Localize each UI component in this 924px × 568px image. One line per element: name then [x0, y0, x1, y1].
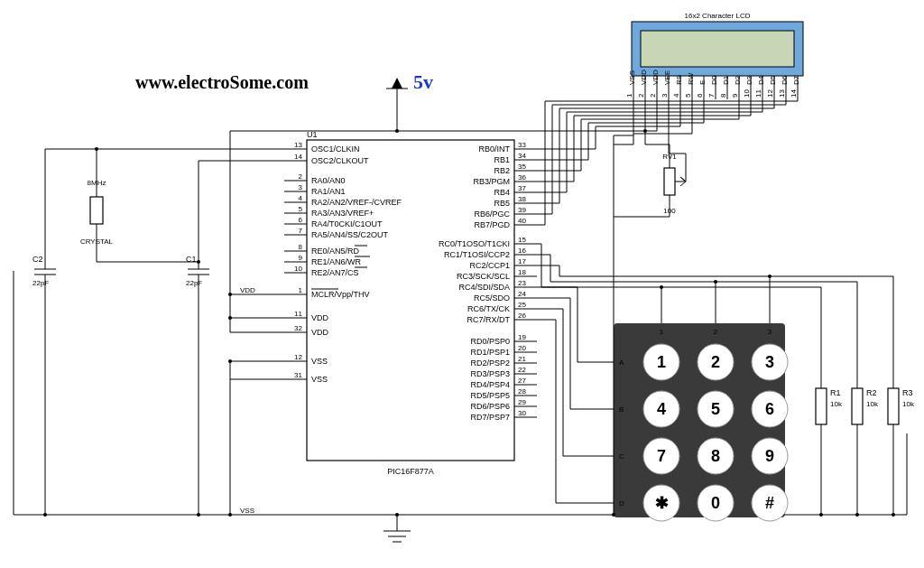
svg-text:15: 15 — [518, 236, 526, 244]
svg-text:17: 17 — [518, 257, 526, 265]
svg-rect-169 — [641, 31, 794, 67]
svg-text:VSS: VSS — [311, 357, 328, 366]
wires-res — [819, 433, 907, 517]
svg-text:4: 4 — [657, 400, 666, 418]
svg-text:RB5: RB5 — [494, 199, 510, 208]
svg-text:28: 28 — [518, 387, 526, 396]
svg-text:19: 19 — [518, 333, 526, 341]
page-title: www.electroSome.com — [135, 72, 309, 92]
svg-text:10k: 10k — [866, 400, 879, 408]
svg-point-274 — [612, 513, 615, 517]
svg-text:21: 21 — [518, 355, 526, 363]
svg-text:RB0/INT: RB0/INT — [478, 144, 510, 154]
svg-text:RC3/SCK/SCL: RC3/SCK/SCL — [457, 272, 510, 281]
svg-point-280 — [892, 513, 895, 517]
svg-text:39: 39 — [518, 206, 526, 214]
svg-text:RC5/SDO: RC5/SDO — [474, 293, 510, 303]
svg-text:RD4/PSP4: RD4/PSP4 — [470, 380, 510, 389]
svg-text:VDD: VDD — [651, 70, 660, 85]
mcu-part: PIC16F877A — [387, 467, 434, 476]
svg-text:7: 7 — [657, 447, 666, 465]
svg-text:25: 25 — [518, 301, 526, 309]
vdd-arrow-icon — [386, 78, 408, 131]
svg-point-277 — [768, 275, 772, 278]
svg-text:RA2/AN2/VREF-/CVREF: RA2/AN2/VREF-/CVREF — [311, 198, 402, 207]
svg-text:12: 12 — [766, 89, 774, 98]
svg-text:VDD: VDD — [311, 313, 329, 322]
svg-text:9: 9 — [731, 93, 739, 98]
svg-text:RC7/RX/DT: RC7/RX/DT — [467, 315, 510, 324]
svg-text:0: 0 — [711, 494, 720, 512]
lcd-module: 16x2 Character LCD — [632, 12, 803, 76]
svg-text:VDD: VDD — [311, 328, 329, 337]
svg-text:33: 33 — [518, 141, 526, 149]
svg-text:D3: D3 — [745, 75, 753, 85]
svg-text:6: 6 — [696, 93, 704, 98]
svg-text:34: 34 — [518, 152, 526, 160]
svg-text:8: 8 — [711, 447, 720, 465]
mcu-pins-right: RB0/INT33 RB134 RB235 RB3/PGM36 RB437 RB… — [439, 141, 537, 422]
svg-text:18: 18 — [518, 268, 526, 276]
svg-marker-1 — [392, 78, 402, 88]
svg-text:RC6/TX/CK: RC6/TX/CK — [467, 304, 510, 313]
svg-text:RS: RS — [675, 75, 683, 85]
svg-text:C2: C2 — [32, 255, 43, 264]
svg-text:RD1/PSP1: RD1/PSP1 — [470, 348, 510, 357]
svg-point-156 — [228, 293, 232, 296]
svg-text:VSS: VSS — [311, 375, 328, 384]
svg-text:29: 29 — [518, 398, 526, 406]
ground-icon — [383, 513, 411, 542]
svg-text:2: 2 — [711, 353, 720, 371]
svg-text:24: 24 — [518, 290, 526, 298]
svg-text:10: 10 — [743, 89, 751, 98]
svg-point-279 — [855, 513, 859, 517]
svg-text:2: 2 — [637, 93, 645, 98]
svg-text:VSS: VSS — [628, 70, 636, 85]
svg-text:9: 9 — [765, 447, 774, 465]
svg-text:RD3/PSP3: RD3/PSP3 — [470, 369, 510, 378]
svg-text:RE1/AN6/WR: RE1/AN6/WR — [311, 257, 362, 266]
svg-text:8: 8 — [719, 93, 727, 98]
svg-text:D6: D6 — [781, 75, 789, 85]
svg-point-166 — [395, 513, 399, 517]
cap-c2: C2 22pF — [32, 255, 56, 287]
svg-text:27: 27 — [518, 377, 526, 385]
svg-text:35: 35 — [518, 163, 526, 171]
svg-text:C: C — [619, 452, 624, 461]
svg-text:32: 32 — [294, 324, 302, 332]
svg-text:22pF: 22pF — [32, 279, 49, 287]
svg-text:5: 5 — [711, 400, 720, 418]
svg-text:37: 37 — [518, 184, 526, 192]
svg-text:13: 13 — [778, 89, 786, 98]
keypad: 123 ABCD 123456789✱0# — [587, 296, 788, 521]
svg-text:RD0/PSP0: RD0/PSP0 — [470, 337, 510, 346]
pot-rv1: RV1 100 — [662, 153, 686, 215]
svg-text:38: 38 — [518, 195, 526, 203]
svg-text:6: 6 — [765, 400, 774, 418]
svg-text:RC4/SDI/SDA: RC4/SDI/SDA — [458, 283, 510, 292]
svg-text:16x2 Character LCD: 16x2 Character LCD — [685, 12, 751, 20]
svg-text:B: B — [619, 405, 624, 414]
svg-text:5: 5 — [684, 93, 692, 98]
svg-text:12: 12 — [294, 353, 302, 361]
svg-text:R2: R2 — [866, 388, 877, 397]
svg-point-159 — [43, 513, 47, 517]
mcu-pins-left: 13OSC1/CLKIN 14OSC2/CLKOUT 2RA0/AN0 3RA1… — [284, 141, 402, 384]
svg-text:RA5/AN4/SS/C2OUT: RA5/AN4/SS/C2OUT — [311, 230, 389, 239]
svg-text:3: 3 — [299, 183, 303, 191]
svg-text:D2: D2 — [734, 75, 742, 85]
svg-text:MCLR/Vpp/THV: MCLR/Vpp/THV — [311, 290, 370, 299]
svg-text:1: 1 — [657, 353, 666, 371]
svg-text:14: 14 — [790, 89, 798, 98]
svg-text:VDD: VDD — [640, 70, 648, 85]
svg-text:10k: 10k — [902, 400, 915, 408]
svg-text:RA1/AN1: RA1/AN1 — [311, 187, 346, 196]
svg-text:D4: D4 — [757, 75, 765, 85]
svg-text:RD6/PSP6: RD6/PSP6 — [470, 402, 510, 411]
svg-text:RE0/AN5/RD: RE0/AN5/RD — [311, 247, 360, 256]
svg-text:11: 11 — [294, 310, 302, 318]
svg-text:RD5/PSP5: RD5/PSP5 — [470, 391, 510, 400]
svg-rect-269 — [888, 388, 899, 424]
svg-text:A: A — [619, 358, 624, 367]
svg-text:RB1: RB1 — [494, 155, 510, 164]
